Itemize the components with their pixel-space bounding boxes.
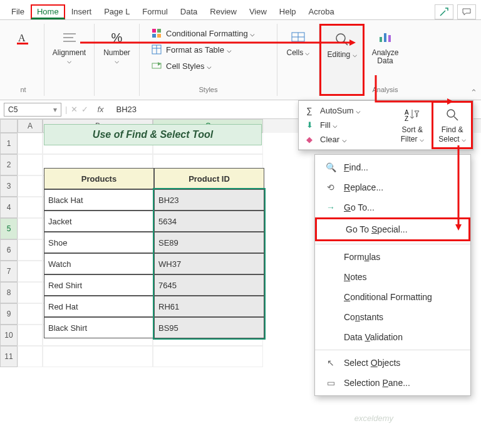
svg-rect-19 [384, 33, 386, 42]
svg-rect-18 [380, 37, 382, 42]
name-box[interactable]: C5 ▾ [4, 103, 61, 117]
font-color-button[interactable]: A [6, 26, 40, 51]
title-cell[interactable]: Use of Find & Select Tool [44, 124, 262, 145]
menu-cond-format[interactable]: Conditional Formatting [315, 287, 470, 307]
cell-pid[interactable]: 5634 [154, 211, 264, 232]
collapse-ribbon-icon[interactable]: ⌃ [470, 88, 477, 97]
number-button[interactable]: % Number [100, 26, 134, 68]
menu-selection-pane[interactable]: ▭Selection Pane... [315, 373, 470, 393]
sort-filter-button[interactable]: AZ Sort & Filter [393, 101, 432, 149]
menu-data-validation[interactable]: Data Validation [315, 327, 470, 347]
row-head-1[interactable]: 1 [0, 133, 18, 154]
cell-pid[interactable]: WH37 [154, 253, 264, 274]
svg-text:Z: Z [405, 115, 408, 122]
svg-rect-7 [152, 34, 156, 38]
tab-data[interactable]: Data [174, 4, 204, 19]
cancel-icon[interactable]: ✕ [71, 105, 78, 114]
fx-icon[interactable]: fx [92, 105, 108, 114]
enter-icon[interactable]: ✓ [81, 105, 88, 114]
tab-help[interactable]: Help [273, 4, 303, 19]
find-select-button[interactable]: Find & Select [432, 101, 473, 149]
select-all-corner[interactable] [0, 119, 18, 133]
analyze-label: Analyze Data [372, 49, 399, 65]
analyze-data-button[interactable]: Analyze Data [368, 26, 402, 68]
cell-pid[interactable]: RH61 [154, 296, 264, 317]
header-product-id[interactable]: Product ID [154, 168, 264, 189]
format-table-icon [151, 44, 162, 55]
cells-button[interactable]: Cells [281, 26, 315, 60]
row-head-2[interactable]: 2 [0, 154, 18, 175]
cell-product[interactable]: Shoe [44, 232, 154, 253]
tab-home[interactable]: Home [31, 4, 65, 19]
tab-review[interactable]: Review [204, 4, 243, 19]
editing-dropdown: ∑ AutoSum ⬇ Fill ◆ Clear AZ Sort & Filte… [298, 100, 473, 150]
cell-pid[interactable]: SE89 [154, 232, 264, 253]
cursor-icon: ↖ [325, 358, 336, 368]
cell-pid[interactable]: BH23 [154, 189, 264, 211]
ribbon-tabs: File Home Insert Page L Formul Data Revi… [0, 0, 481, 20]
menu-goto-special[interactable]: Go To Special... [315, 217, 470, 241]
menu-replace[interactable]: ⟲Replace... [315, 177, 470, 197]
tab-acrobat[interactable]: Acroba [303, 4, 341, 19]
autosum-button[interactable]: ∑ AutoSum [304, 105, 388, 117]
col-head-A[interactable]: A [18, 119, 43, 133]
row-head-4[interactable]: 4 [0, 197, 18, 218]
tab-pagelayout[interactable]: Page L [98, 4, 136, 19]
row-head-6[interactable]: 6 [0, 239, 18, 261]
conditional-formatting-button[interactable]: Conditional Formatting [148, 26, 257, 40]
format-as-table-button[interactable]: Format as Table [148, 43, 257, 56]
find-select-icon [444, 107, 460, 123]
svg-rect-20 [388, 35, 391, 42]
cell-styles-button[interactable]: Cell Styles [148, 59, 257, 73]
find-select-label: Find & Select [438, 125, 466, 143]
cells-icon [289, 29, 307, 46]
cell-pid[interactable]: 7645 [154, 274, 264, 296]
menu-select-objects[interactable]: ↖Select Objects [315, 353, 470, 373]
tab-view[interactable]: View [243, 4, 273, 19]
menu-formulas[interactable]: Formulas [315, 247, 470, 267]
cell-product[interactable]: Jacket [44, 211, 154, 232]
menu-constants[interactable]: Constants [315, 307, 470, 327]
alignment-button[interactable]: Alignment [53, 26, 86, 68]
watermark: exceldemy [354, 414, 393, 423]
group-font-label: nt [20, 83, 26, 93]
cell-product[interactable]: Red Shirt [44, 274, 154, 296]
row-head-8[interactable]: 8 [0, 282, 18, 303]
cell-product[interactable]: Watch [44, 253, 154, 274]
row-head-7[interactable]: 7 [0, 261, 18, 282]
cell-product[interactable]: Red Hat [44, 296, 154, 317]
find-icon: 🔍 [325, 162, 336, 172]
fill-icon: ⬇ [304, 120, 315, 130]
row-head-5[interactable]: 5 [0, 218, 18, 239]
tab-insert[interactable]: Insert [65, 4, 98, 19]
cond-format-label: Conditional Formatting [166, 29, 255, 38]
alignment-icon [61, 29, 78, 46]
tab-file[interactable]: File [5, 4, 31, 19]
font-color-icon: A [14, 29, 32, 46]
tab-formulas[interactable]: Formul [136, 4, 173, 19]
menu-notes[interactable]: Notes [315, 267, 470, 287]
sort-filter-label: Sort & Filter [401, 125, 424, 143]
editing-search-icon [333, 31, 351, 48]
cell-product[interactable]: Black Shirt [44, 317, 154, 338]
ribbon-body: A nt Alignment % Number Conditional Form… [0, 20, 481, 100]
goto-icon: → [325, 202, 336, 212]
editing-button[interactable]: Editing [325, 28, 359, 61]
row-head-10[interactable]: 10 [0, 325, 18, 346]
row-head-3[interactable]: 3 [0, 175, 18, 197]
row-head-9[interactable]: 9 [0, 303, 18, 325]
cell-product[interactable]: Black Hat [44, 189, 154, 211]
menu-goto[interactable]: →Go To... [315, 197, 470, 217]
header-products[interactable]: Products [44, 168, 154, 189]
share-button[interactable] [435, 4, 453, 19]
cell-pid[interactable]: BS95 [154, 317, 264, 338]
row-head-11[interactable]: 11 [0, 346, 18, 367]
clear-button[interactable]: ◆ Clear [304, 133, 388, 145]
svg-rect-5 [152, 29, 156, 33]
comments-button[interactable] [457, 4, 476, 19]
fill-button[interactable]: ⬇ Fill [304, 119, 388, 131]
menu-find[interactable]: 🔍Find... [315, 157, 470, 177]
name-box-value: C5 [8, 105, 18, 114]
alignment-label: Alignment [53, 49, 86, 65]
svg-text:A: A [18, 33, 26, 43]
